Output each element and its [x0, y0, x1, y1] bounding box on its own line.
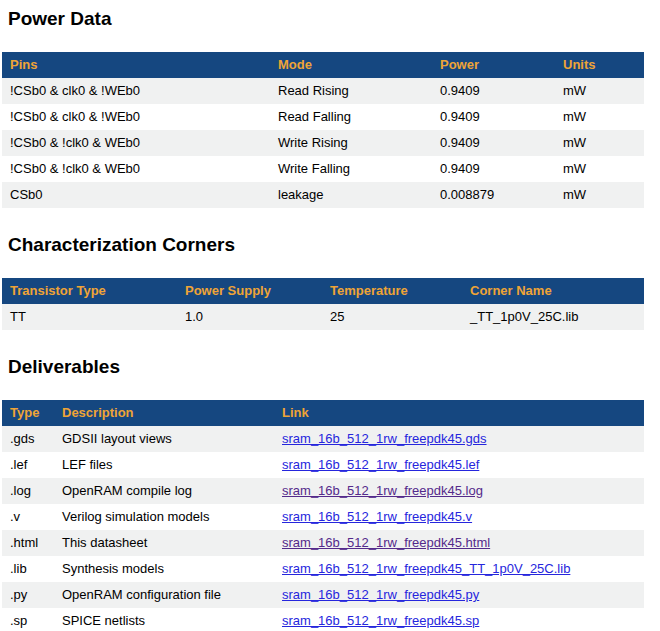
power-cell: 0.9409: [432, 156, 555, 182]
pins-cell: CSb0: [2, 182, 270, 208]
datasheet-page: Power Data Pins Mode Power Units !CSb0 &…: [0, 0, 660, 631]
table-row: .v Verilog simulation models sram_16b_51…: [2, 504, 644, 530]
table-row: .sp SPICE netlists sram_16b_512_1rw_free…: [2, 608, 644, 631]
table-row: .gds GDSII layout views sram_16b_512_1rw…: [2, 426, 644, 452]
table-row: .log OpenRAM compile log sram_16b_512_1r…: [2, 478, 644, 504]
column-header-mode: Mode: [270, 52, 432, 78]
file-type-cell: .gds: [2, 426, 54, 452]
file-description-cell: This datasheet: [54, 530, 274, 556]
mode-cell: Write Rising: [270, 130, 432, 156]
table-row: .lef LEF files sram_16b_512_1rw_freepdk4…: [2, 452, 644, 478]
column-header-units: Units: [555, 52, 644, 78]
power-cell: 0.9409: [432, 130, 555, 156]
column-header-power-supply: Power Supply: [177, 278, 322, 304]
pins-cell: !CSb0 & !clk0 & WEb0: [2, 130, 270, 156]
table-row: .lib Synthesis models sram_16b_512_1rw_f…: [2, 556, 644, 582]
file-description-cell: Verilog simulation models: [54, 504, 274, 530]
deliverable-link-lib[interactable]: sram_16b_512_1rw_freepdk45_TT_1p0V_25C.l…: [282, 561, 570, 576]
file-link-cell: sram_16b_512_1rw_freepdk45.gds: [274, 426, 644, 452]
power-supply-cell: 1.0: [177, 304, 322, 330]
pins-cell: !CSb0 & clk0 & !WEb0: [2, 104, 270, 130]
deliverable-link-v[interactable]: sram_16b_512_1rw_freepdk45.v: [282, 509, 472, 524]
units-cell: mW: [555, 78, 644, 104]
file-description-cell: OpenRAM compile log: [54, 478, 274, 504]
power-cell: 0.9409: [432, 104, 555, 130]
units-cell: mW: [555, 104, 644, 130]
table-row: !CSb0 & !clk0 & WEb0 Write Rising 0.9409…: [2, 130, 644, 156]
file-link-cell: sram_16b_512_1rw_freepdk45.v: [274, 504, 644, 530]
deliverable-link-sp[interactable]: sram_16b_512_1rw_freepdk45.sp: [282, 613, 479, 628]
column-header-corner-name: Corner Name: [462, 278, 644, 304]
table-row: !CSb0 & clk0 & !WEb0 Read Rising 0.9409 …: [2, 78, 644, 104]
table-row: TT 1.0 25 _TT_1p0V_25C.lib: [2, 304, 644, 330]
section-title-power-data: Power Data: [8, 8, 658, 29]
column-header-transistor-type: Transistor Type: [2, 278, 177, 304]
deliverable-link-gds[interactable]: sram_16b_512_1rw_freepdk45.gds: [282, 431, 487, 446]
column-header-link: Link: [274, 400, 644, 426]
power-cell: 0.9409: [432, 78, 555, 104]
pins-cell: !CSb0 & !clk0 & WEb0: [2, 156, 270, 182]
characterization-corners-table: Transistor Type Power Supply Temperature…: [2, 278, 644, 330]
power-cell: 0.008879: [432, 182, 555, 208]
mode-cell: leakage: [270, 182, 432, 208]
power-data-header-row: Pins Mode Power Units: [2, 52, 644, 78]
file-link-cell: sram_16b_512_1rw_freepdk45_TT_1p0V_25C.l…: [274, 556, 644, 582]
file-type-cell: .v: [2, 504, 54, 530]
file-description-cell: OpenRAM configuration file: [54, 582, 274, 608]
transistor-type-cell: TT: [2, 304, 177, 330]
file-link-cell: sram_16b_512_1rw_freepdk45.lef: [274, 452, 644, 478]
table-row: !CSb0 & !clk0 & WEb0 Write Falling 0.940…: [2, 156, 644, 182]
file-description-cell: GDSII layout views: [54, 426, 274, 452]
column-header-type: Type: [2, 400, 54, 426]
column-header-pins: Pins: [2, 52, 270, 78]
table-row: !CSb0 & clk0 & !WEb0 Read Falling 0.9409…: [2, 104, 644, 130]
deliverables-table: Type Description Link .gds GDSII layout …: [2, 400, 644, 631]
file-link-cell: sram_16b_512_1rw_freepdk45.py: [274, 582, 644, 608]
file-description-cell: SPICE netlists: [54, 608, 274, 631]
file-type-cell: .lib: [2, 556, 54, 582]
file-description-cell: Synthesis models: [54, 556, 274, 582]
file-link-cell: sram_16b_512_1rw_freepdk45.html: [274, 530, 644, 556]
deliverables-header-row: Type Description Link: [2, 400, 644, 426]
pins-cell: !CSb0 & clk0 & !WEb0: [2, 78, 270, 104]
mode-cell: Read Falling: [270, 104, 432, 130]
table-row: .html This datasheet sram_16b_512_1rw_fr…: [2, 530, 644, 556]
deliverable-link-lef[interactable]: sram_16b_512_1rw_freepdk45.lef: [282, 457, 479, 472]
temperature-cell: 25: [322, 304, 462, 330]
file-description-cell: LEF files: [54, 452, 274, 478]
section-title-characterization-corners: Characterization Corners: [8, 234, 658, 255]
mode-cell: Write Falling: [270, 156, 432, 182]
file-type-cell: .py: [2, 582, 54, 608]
deliverable-link-log[interactable]: sram_16b_512_1rw_freepdk45.log: [282, 483, 483, 498]
file-type-cell: .sp: [2, 608, 54, 631]
file-type-cell: .log: [2, 478, 54, 504]
units-cell: mW: [555, 156, 644, 182]
column-header-power: Power: [432, 52, 555, 78]
table-row: CSb0 leakage 0.008879 mW: [2, 182, 644, 208]
units-cell: mW: [555, 130, 644, 156]
mode-cell: Read Rising: [270, 78, 432, 104]
units-cell: mW: [555, 182, 644, 208]
column-header-description: Description: [54, 400, 274, 426]
file-type-cell: .lef: [2, 452, 54, 478]
file-type-cell: .html: [2, 530, 54, 556]
file-link-cell: sram_16b_512_1rw_freepdk45.log: [274, 478, 644, 504]
corner-name-cell: _TT_1p0V_25C.lib: [462, 304, 644, 330]
table-row: .py OpenRAM configuration file sram_16b_…: [2, 582, 644, 608]
deliverable-link-html[interactable]: sram_16b_512_1rw_freepdk45.html: [282, 535, 490, 550]
section-title-deliverables: Deliverables: [8, 356, 658, 377]
deliverable-link-py[interactable]: sram_16b_512_1rw_freepdk45.py: [282, 587, 479, 602]
column-header-temperature: Temperature: [322, 278, 462, 304]
corners-header-row: Transistor Type Power Supply Temperature…: [2, 278, 644, 304]
file-link-cell: sram_16b_512_1rw_freepdk45.sp: [274, 608, 644, 631]
power-data-table: Pins Mode Power Units !CSb0 & clk0 & !WE…: [2, 52, 644, 208]
